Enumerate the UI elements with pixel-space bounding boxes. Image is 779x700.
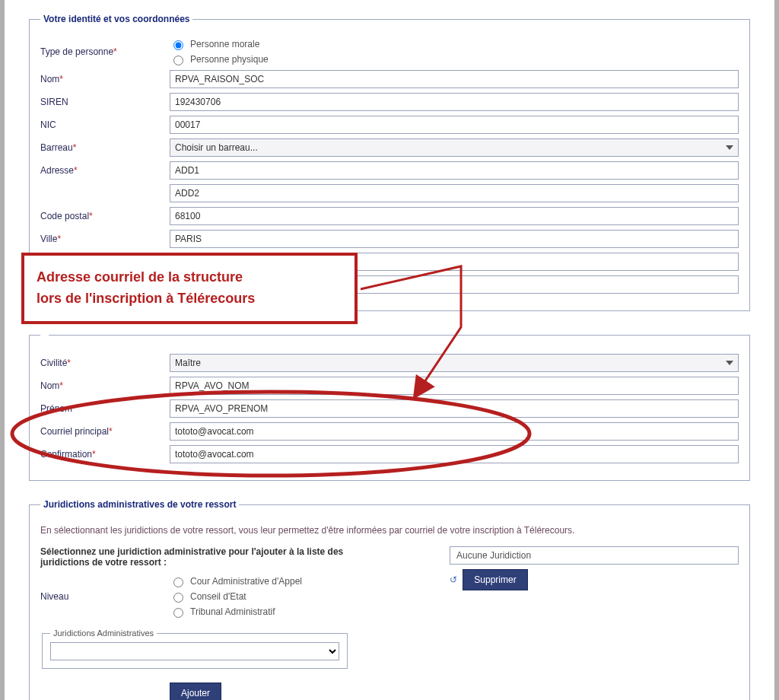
adresse-label: Adresse — [40, 165, 74, 176]
radio-personne-morale[interactable]: Personne morale — [170, 38, 739, 50]
radio-caa[interactable]: Cour Administrative d'Appel — [170, 575, 419, 587]
ville-input[interactable] — [170, 230, 739, 248]
cp-input[interactable] — [170, 207, 739, 225]
radio-morale-input[interactable] — [173, 40, 183, 50]
adresse1-input[interactable] — [170, 161, 739, 180]
civilite-select[interactable]: Maître — [170, 354, 739, 372]
radio-ta[interactable]: Tribunal Administratif — [170, 606, 419, 618]
siren-input — [170, 93, 739, 111]
inner-legend: Juridictions Administratives — [50, 628, 157, 638]
juridictions-fieldset: Juridictions administratives de votre re… — [29, 499, 750, 700]
ville-label: Ville — [40, 234, 57, 244]
niveau-label: Niveau — [40, 591, 170, 602]
prenom-label: Prénom — [40, 403, 72, 414]
supprimer-button[interactable]: Supprimer — [463, 569, 527, 590]
type-label: Type de personne — [40, 46, 113, 57]
siren-label: SIREN — [40, 97, 68, 107]
juridictions-legend: Juridictions administratives de votre re… — [40, 499, 239, 510]
cp-label: Code postal — [40, 211, 89, 221]
callout-line2: lors de l'inscription à Télérecours — [37, 288, 342, 309]
select-jur-label: Sélectionnez une juridiction administrat… — [40, 546, 360, 568]
juridictions-inner-fieldset: Juridictions Administratives — [42, 628, 348, 669]
confirm-label: Confirmation — [40, 449, 92, 460]
courriel-label: Courriel principal — [40, 426, 109, 437]
juridictions-description: En sélectionnant les juridictions de vot… — [40, 525, 739, 536]
prenom-input[interactable] — [170, 399, 739, 418]
annotation-callout: Adresse courriel de la structure lors de… — [21, 253, 358, 324]
no-juridiction-box: Aucune Juridiction — [450, 546, 739, 565]
nic-label: NIC — [40, 119, 56, 130]
nom-label: Nom — [40, 74, 59, 84]
loading-icon: ↺ — [450, 574, 457, 585]
radio-physique-input[interactable] — [173, 56, 183, 65]
civilite-label: Civilité — [40, 358, 67, 368]
radio-personne-physique[interactable]: Personne physique — [170, 53, 739, 65]
ajouter-button[interactable]: Ajouter — [170, 682, 221, 700]
nom-input[interactable] — [170, 70, 739, 88]
identity-legend: Votre identité et vos coordonnées — [40, 14, 192, 24]
barreau-label: Barreau — [40, 142, 73, 153]
barreau-select[interactable]: Choisir un barreau... — [170, 138, 739, 157]
adresse2-input[interactable] — [170, 184, 739, 202]
courriel-input[interactable] — [170, 422, 739, 441]
contact-fieldset: . Civilité* Maître Nom* Prénom* Courriel… — [29, 329, 750, 481]
juridictions-select[interactable] — [50, 642, 339, 660]
contact-nom-label: Nom — [40, 380, 59, 391]
nic-input — [170, 116, 739, 134]
callout-line1: Adresse courriel de la structure — [37, 266, 342, 288]
contact-nom-input[interactable] — [170, 377, 739, 395]
confirm-input[interactable] — [170, 445, 739, 463]
radio-ce[interactable]: Conseil d'Etat — [170, 590, 419, 603]
